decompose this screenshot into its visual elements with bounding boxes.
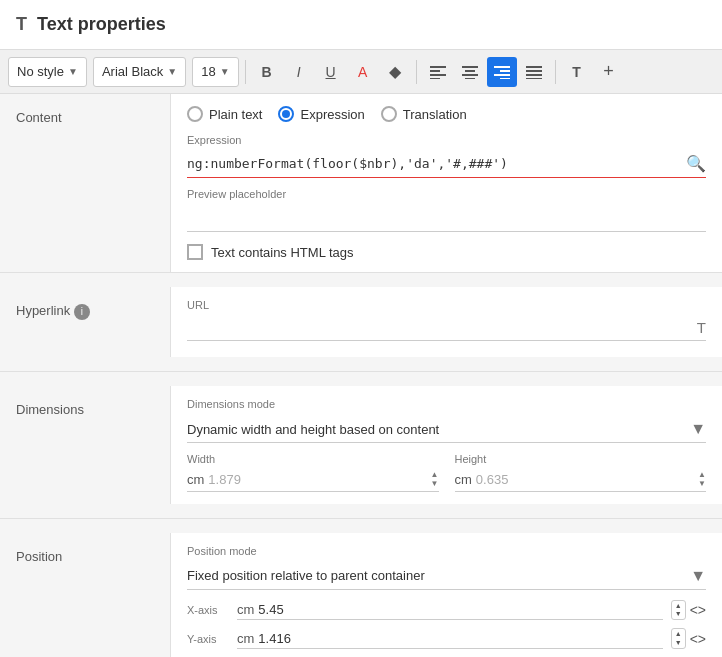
width-label: Width xyxy=(187,453,439,465)
sep2 xyxy=(416,60,417,84)
radio-expression-label: Expression xyxy=(300,107,364,122)
dim-arrow-icon: ▼ xyxy=(690,420,706,438)
sep3 xyxy=(555,60,556,84)
svg-rect-11 xyxy=(500,78,510,79)
expression-group: Expression 🔍 xyxy=(187,134,706,178)
content-right: Plain text Expression Translation Expres… xyxy=(170,94,722,272)
radio-plain[interactable]: Plain text xyxy=(187,106,262,122)
dim-mode-value: Dynamic width and height based on conten… xyxy=(187,422,690,437)
highlight-button[interactable]: ◆ xyxy=(380,57,410,87)
yaxis-row: Y-axis cm ▲▼ <> xyxy=(187,628,706,649)
size-arrow-icon: ▼ xyxy=(220,66,230,77)
preview-group: Preview placeholder xyxy=(187,188,706,232)
bold-button[interactable]: B xyxy=(252,57,282,87)
text-top-button[interactable]: T xyxy=(562,57,592,87)
height-label: Height xyxy=(455,453,707,465)
height-group: Height cm ▲▼ xyxy=(455,453,707,492)
dim-mode-label: Dimensions mode xyxy=(187,398,706,410)
style-label: No style xyxy=(17,64,64,79)
svg-rect-15 xyxy=(526,78,542,79)
html-checkbox[interactable] xyxy=(187,244,203,260)
svg-rect-4 xyxy=(462,66,478,68)
yaxis-code-icon[interactable]: <> xyxy=(690,631,706,647)
yaxis-input-row: cm xyxy=(237,629,663,649)
hyperlink-info-icon[interactable]: i xyxy=(74,304,90,320)
yaxis-controls: ▲▼ <> xyxy=(671,628,706,649)
dim-mode-select[interactable]: Dynamic width and height based on conten… xyxy=(187,416,706,443)
font-arrow-icon: ▼ xyxy=(167,66,177,77)
height-unit: cm xyxy=(455,472,472,487)
svg-rect-14 xyxy=(526,74,542,76)
align-right-button[interactable] xyxy=(487,57,517,87)
xaxis-label: X-axis xyxy=(187,604,237,616)
html-checkbox-label: Text contains HTML tags xyxy=(211,245,354,260)
sep1 xyxy=(245,60,246,84)
yaxis-input[interactable] xyxy=(258,631,662,646)
svg-rect-8 xyxy=(494,66,510,68)
hyperlink-left: Hyperlink i xyxy=(0,287,170,357)
svg-rect-0 xyxy=(430,66,446,68)
content-left: Content xyxy=(0,94,170,272)
dimensions-left: Dimensions xyxy=(0,386,170,504)
url-t-icon[interactable]: T xyxy=(697,319,706,336)
width-spinner[interactable]: ▲▼ xyxy=(431,471,439,489)
xaxis-row: X-axis cm ▲▼ <> xyxy=(187,600,706,621)
xaxis-input[interactable] xyxy=(258,602,662,617)
content-radio-group: Plain text Expression Translation xyxy=(187,106,706,122)
url-label: URL xyxy=(187,299,706,311)
width-input[interactable] xyxy=(208,472,430,487)
align-justify-button[interactable] xyxy=(519,57,549,87)
style-dropdown[interactable]: No style ▼ xyxy=(8,57,87,87)
italic-button[interactable]: I xyxy=(284,57,314,87)
url-input[interactable] xyxy=(187,320,697,335)
radio-plain-circle xyxy=(187,106,203,122)
page-title: Text properties xyxy=(37,14,166,35)
pos-mode-value: Fixed position relative to parent contai… xyxy=(187,568,690,583)
radio-translation[interactable]: Translation xyxy=(381,106,467,122)
search-icon[interactable]: 🔍 xyxy=(686,154,706,173)
content-label: Content xyxy=(16,110,62,125)
font-color-button[interactable]: A xyxy=(348,57,378,87)
svg-rect-10 xyxy=(494,74,510,76)
xaxis-code-icon[interactable]: <> xyxy=(690,602,706,618)
pos-mode-select[interactable]: Fixed position relative to parent contai… xyxy=(187,563,706,590)
size-label: 18 xyxy=(201,64,215,79)
width-unit: cm xyxy=(187,472,204,487)
svg-rect-2 xyxy=(430,74,446,76)
yaxis-label: Y-axis xyxy=(187,633,237,645)
underline-button[interactable]: U xyxy=(316,57,346,87)
wh-row: Width cm ▲▼ Height cm ▲▼ xyxy=(187,453,706,492)
radio-translation-circle xyxy=(381,106,397,122)
hyperlink-label: Hyperlink xyxy=(16,303,70,318)
font-dropdown[interactable]: Arial Black ▼ xyxy=(93,57,186,87)
preview-label: Preview placeholder xyxy=(187,188,706,200)
radio-translation-label: Translation xyxy=(403,107,467,122)
dimensions-label: Dimensions xyxy=(16,402,84,417)
radio-plain-label: Plain text xyxy=(209,107,262,122)
content-section: Content Plain text Expression Translatio… xyxy=(0,94,722,273)
header: T Text properties xyxy=(0,0,722,50)
expression-input[interactable] xyxy=(187,156,686,171)
height-spinner[interactable]: ▲▼ xyxy=(698,471,706,489)
xaxis-controls: ▲▼ <> xyxy=(671,600,706,621)
preview-input[interactable] xyxy=(187,208,706,223)
xaxis-spinner[interactable]: ▲▼ xyxy=(671,600,686,621)
size-dropdown[interactable]: 18 ▼ xyxy=(192,57,238,87)
expression-row: 🔍 xyxy=(187,150,706,178)
yaxis-spinner[interactable]: ▲▼ xyxy=(671,628,686,649)
align-center-button[interactable] xyxy=(455,57,485,87)
svg-rect-6 xyxy=(462,74,478,76)
pos-mode-label: Position mode xyxy=(187,545,706,557)
position-left: Position xyxy=(0,533,170,657)
position-section: Position Position mode Fixed position re… xyxy=(0,519,722,657)
font-label: Arial Black xyxy=(102,64,163,79)
url-row: T xyxy=(187,315,706,341)
width-input-row: cm ▲▼ xyxy=(187,469,439,492)
align-left-button[interactable] xyxy=(423,57,453,87)
expression-label: Expression xyxy=(187,134,706,146)
radio-expression-circle xyxy=(278,106,294,122)
radio-expression[interactable]: Expression xyxy=(278,106,364,122)
style-arrow-icon: ▼ xyxy=(68,66,78,77)
height-input[interactable] xyxy=(476,472,698,487)
add-button[interactable]: + xyxy=(594,57,624,87)
